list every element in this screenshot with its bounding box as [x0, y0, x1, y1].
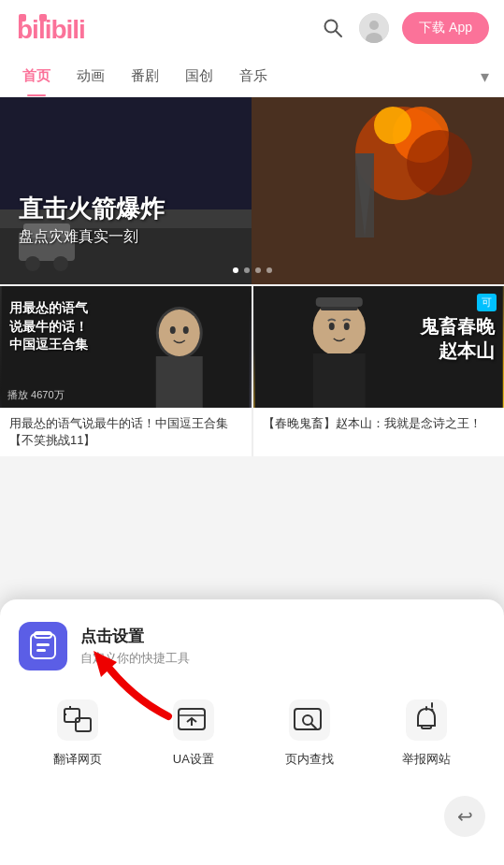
- search-icon: [323, 18, 343, 38]
- ke-badge: 可: [477, 294, 497, 311]
- banner-background: [0, 97, 504, 284]
- logo: bilibili: [15, 10, 118, 46]
- svg-point-14: [374, 107, 411, 144]
- sheet-title: 点击设置: [80, 626, 190, 647]
- tool-find-label: 页内查找: [285, 751, 334, 768]
- banner-title: 直击火箭爆炸: [19, 195, 165, 223]
- header-right: 下载 App: [320, 12, 489, 44]
- banner-subtitle: 盘点灾难真实一刻: [19, 227, 165, 247]
- dot-3: [255, 267, 261, 273]
- translate-icon: [54, 697, 101, 743]
- svg-point-34: [343, 323, 349, 330]
- svg-text:bilibili: bilibili: [17, 15, 85, 44]
- video-thumb-2: 可 鬼畜春晚赵本山: [253, 286, 505, 408]
- nav-more-button[interactable]: ▾: [475, 66, 495, 87]
- svg-rect-32: [315, 297, 362, 307]
- sheet-bottom: ↩: [19, 796, 485, 837]
- svg-point-56: [431, 709, 434, 712]
- dot-4: [266, 267, 272, 273]
- view-count-1: 播放 4670万: [7, 388, 65, 402]
- sheet-header: 点击设置 自定义你的快捷工具: [19, 622, 485, 670]
- svg-rect-24: [156, 356, 203, 408]
- svg-point-33: [328, 323, 334, 330]
- nav-tabs: 首页 动画 番剧 国创 音乐 ▾: [0, 56, 504, 97]
- svg-rect-17: [355, 153, 374, 238]
- user-avatar-icon: [359, 13, 389, 43]
- sheet-title-block: 点击设置 自定义你的快捷工具: [80, 626, 190, 667]
- refresh-button[interactable]: ↩: [444, 796, 485, 837]
- thumb-right-text: 鬼畜春晚赵本山: [420, 314, 495, 363]
- svg-point-26: [170, 326, 176, 334]
- video-info-2: 【春晚鬼畜】赵本山：我就是念诗之王！: [253, 408, 505, 440]
- tab-drama[interactable]: 番剧: [118, 56, 172, 96]
- svg-rect-39: [57, 699, 98, 741]
- svg-rect-1: [19, 14, 26, 22]
- svg-point-20: [25, 256, 40, 271]
- svg-line-4: [336, 31, 341, 36]
- svg-rect-30: [312, 353, 365, 408]
- tab-home[interactable]: 首页: [9, 56, 64, 96]
- tool-ua-label: UA设置: [173, 751, 214, 768]
- tool-report[interactable]: 举报网站: [402, 697, 451, 768]
- app-icon: [19, 622, 67, 670]
- banner-dots: [233, 267, 272, 273]
- video-thumb-1: 用最怂的语气说最牛的话！中国逗王合集 播放 4670万: [0, 286, 252, 408]
- video-info-1: 用最怂的语气说最牛的话！中国逗王合集【不笑挑战11】: [0, 408, 252, 456]
- svg-point-6: [369, 21, 379, 30]
- svg-rect-2: [39, 14, 47, 22]
- banner-text: 直击火箭爆炸 盘点灾难真实一刻: [19, 195, 165, 247]
- tool-report-label: 举报网站: [402, 751, 451, 768]
- download-button[interactable]: 下载 App: [402, 12, 489, 44]
- video-title-2: 【春晚鬼畜】赵本山：我就是念诗之王！: [263, 415, 496, 432]
- tool-find[interactable]: 页内查找: [285, 697, 334, 768]
- ua-icon: [170, 697, 217, 743]
- search-button[interactable]: [320, 15, 346, 41]
- find-icon: [286, 697, 333, 743]
- header: bilibili 下载 App: [0, 0, 504, 56]
- tool-translate-label: 翻译网页: [53, 751, 102, 768]
- svg-rect-52: [406, 699, 447, 741]
- app-icon-graphic: [27, 630, 59, 662]
- svg-point-21: [53, 256, 68, 271]
- sheet-tools: 翻译网页 UA设置: [19, 697, 485, 768]
- svg-point-25: [159, 310, 200, 356]
- dot-2: [244, 267, 250, 273]
- avatar[interactable]: [359, 13, 389, 43]
- banner: 直击火箭爆炸 盘点灾难真实一刻: [0, 97, 504, 284]
- svg-rect-37: [36, 643, 50, 646]
- tab-animation[interactable]: 动画: [64, 56, 118, 96]
- svg-point-15: [407, 130, 472, 195]
- video-grid: 用最怂的语气说最牛的话！中国逗王合集 播放 4670万 用最怂的语气说最牛的话！…: [0, 286, 504, 456]
- sheet-subtitle: 自定义你的快捷工具: [80, 650, 190, 667]
- video-card-1[interactable]: 用最怂的语气说最牛的话！中国逗王合集 播放 4670万 用最怂的语气说最牛的话！…: [0, 286, 252, 456]
- svg-point-27: [183, 326, 189, 334]
- bilibili-logo: bilibili: [15, 10, 118, 46]
- tool-translate[interactable]: 翻译网页: [53, 697, 102, 768]
- dot-1: [233, 267, 238, 273]
- bottom-sheet: 点击设置 自定义你的快捷工具 翻译网页: [0, 599, 504, 865]
- thumb-text-1: 用最怂的语气说最牛的话！中国逗王合集: [0, 286, 97, 368]
- tool-ua[interactable]: UA设置: [170, 697, 217, 768]
- tab-music[interactable]: 音乐: [226, 56, 281, 96]
- video-card-2[interactable]: 可 鬼畜春晚赵本山 【春晚鬼畜】赵本山：我就是念诗之王！: [253, 286, 505, 456]
- tab-domestic[interactable]: 国创: [172, 56, 226, 96]
- report-icon: [403, 697, 450, 743]
- svg-rect-38: [36, 649, 46, 652]
- video-title-1: 用最怂的语气说最牛的话！中国逗王合集【不笑挑战11】: [9, 415, 242, 449]
